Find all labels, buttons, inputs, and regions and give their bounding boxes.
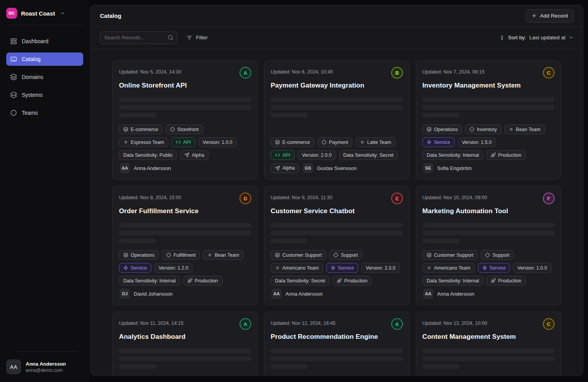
layers-icon: [275, 140, 280, 145]
bolt-icon: [427, 140, 432, 145]
record-card[interactable]: Updated: Nov 9, 2024, 11:30 E Customer S…: [264, 186, 410, 305]
tag-badge: Production: [486, 150, 526, 160]
owner-avatar: SE: [423, 163, 433, 173]
sort-icon: [499, 35, 505, 40]
description-skeleton: [119, 349, 251, 369]
record-updated-label: Updated: Nov 11, 2024, 14:15: [119, 321, 184, 326]
record-updated-label: Updated: Nov 10, 2024, 09:00: [422, 195, 487, 200]
dot-icon: [123, 140, 128, 145]
description-skeleton: [422, 349, 555, 369]
tag-badge: Service: [326, 263, 359, 273]
panel-header: Catalog Add Record: [91, 5, 583, 27]
tag-badge: Alpha: [271, 163, 299, 173]
tag-badge: Data Sensitivity: Secret: [339, 150, 398, 160]
owner-chip: GS Gustav Svensson: [303, 163, 357, 173]
sidebar-item-domains[interactable]: Domains: [6, 70, 83, 84]
tag-badge: Version: 1.0.0: [198, 137, 236, 147]
sort-value: Last updated at: [529, 35, 565, 40]
send-icon: [184, 152, 189, 158]
record-card[interactable]: Updated: Nov 6, 2024, 10:45 B Payment Ga…: [264, 60, 410, 180]
record-title: Customer Service Chatbot: [271, 207, 403, 215]
rocket-icon: [337, 278, 342, 283]
owner-chip: AA Anna Andersson: [271, 289, 322, 299]
sidebar-item-dashboard[interactable]: Dashboard: [6, 35, 83, 48]
search-icon: [168, 35, 173, 40]
stack-icon: [10, 91, 17, 98]
tag-badge: Payment: [317, 137, 352, 147]
owner-name: David Johansson: [134, 291, 173, 297]
tag-badge: Data Sensitivity: Secret: [271, 276, 329, 286]
user-email: anna@demo.com: [26, 368, 66, 373]
dot-icon: [207, 252, 212, 258]
diamond-icon: [333, 252, 338, 258]
record-card[interactable]: Updated: Nov 13, 2024, 10:00 C Content M…: [416, 312, 561, 375]
record-updated-label: Updated: Nov 5, 2024, 14:30: [119, 69, 181, 75]
filter-button[interactable]: Filter: [186, 35, 208, 41]
catalog-grid: Updated: Nov 5, 2024, 14:30 A Online Sto…: [112, 60, 561, 375]
main-panel: Catalog Add Record Filter Sort by: Last …: [90, 5, 583, 376]
record-card[interactable]: Updated: Nov 12, 2024, 16:45 A Product R…: [264, 312, 410, 375]
catalog-icon: [10, 56, 17, 63]
tag-badge: Data Sensitivity: Internal: [422, 276, 483, 286]
tag-badge: Service: [119, 263, 151, 273]
filter-label: Filter: [196, 35, 208, 40]
search-input[interactable]: [100, 32, 177, 44]
sidebar-item-catalog[interactable]: Catalog: [6, 53, 83, 66]
tag-badge: Data Sensitivity: Internal: [422, 150, 483, 160]
tag-badge: Data Sensitivity: Public: [119, 150, 177, 160]
record-title: Product Recommendation Engine: [271, 333, 403, 341]
layers-icon: [427, 252, 432, 258]
tag-badge: API: [172, 137, 195, 147]
add-record-label: Add Record: [540, 13, 568, 19]
bolt-icon: [123, 265, 128, 270]
record-title: Analytics Dashboard: [119, 333, 251, 341]
org-switcher[interactable]: RC Roast Coast: [0, 0, 89, 25]
owner-avatar: AA: [271, 289, 282, 299]
description-skeleton: [119, 223, 251, 243]
sidebar-nav: Dashboard Catalog Domains Systems Teams: [0, 25, 89, 351]
tag-badge: Bean Team: [203, 250, 243, 260]
record-updated-label: Updated: Nov 7, 2024, 08:15: [422, 69, 485, 75]
tag-badge: Fulfillment: [162, 250, 200, 260]
record-card[interactable]: Updated: Nov 11, 2024, 14:15 A Analytics…: [112, 312, 258, 375]
tag-badge: Storefront: [166, 124, 203, 134]
org-avatar: RC: [6, 8, 17, 19]
description-skeleton: [271, 97, 403, 117]
record-card[interactable]: Updated: Nov 8, 2024, 15:00 D Order Fulf…: [112, 186, 258, 305]
code-icon: [275, 152, 280, 158]
diamond-icon: [166, 252, 171, 258]
record-avatar: B: [391, 67, 403, 79]
rocket-icon: [187, 278, 192, 283]
tag-badge: Production: [183, 276, 222, 286]
owner-avatar: GS: [303, 163, 313, 173]
record-avatar: A: [391, 318, 403, 330]
sidebar: RC Roast Coast Dashboard Catalog Domains…: [0, 0, 89, 382]
owner-avatar: AA: [423, 289, 433, 299]
filter-icon: [186, 35, 192, 41]
sidebar-item-teams[interactable]: Teams: [6, 106, 83, 119]
layers-icon: [123, 252, 128, 258]
sort-label: Sort by:: [508, 35, 526, 40]
tag-badge: Latte Team: [355, 137, 396, 147]
chevron-down-icon: [569, 35, 574, 40]
circle-icon: [10, 109, 17, 116]
sidebar-item-systems[interactable]: Systems: [6, 88, 83, 102]
owner-name: Anna Andersson: [437, 291, 474, 297]
toolbar: Filter Sort by: Last updated at: [91, 27, 583, 49]
tag-badge: Production: [486, 276, 526, 286]
chevron-down-icon: [60, 11, 65, 16]
layers-icon: [275, 252, 280, 258]
code-icon: [176, 140, 181, 145]
tag-badge: Espresso Team: [119, 137, 168, 147]
owner-name: Sofia Engström: [437, 165, 472, 171]
user-menu[interactable]: AA Anna Andersson anna@demo.com: [6, 352, 83, 374]
record-card[interactable]: Updated: Nov 5, 2024, 14:30 A Online Sto…: [112, 60, 258, 180]
record-card[interactable]: Updated: Nov 7, 2024, 08:15 C Inventory …: [416, 60, 561, 180]
record-card[interactable]: Updated: Nov 10, 2024, 09:00 F Marketing…: [416, 186, 561, 305]
tag-badge: Version: 2.0.0: [298, 150, 336, 160]
sort-button[interactable]: Sort by: Last updated at: [499, 35, 574, 40]
tag-badge: Version: 1.2.0: [154, 263, 192, 273]
add-record-button[interactable]: Add Record: [525, 9, 574, 23]
record-updated-label: Updated: Nov 13, 2024, 10:00: [422, 321, 487, 326]
tag-badge: Operations: [119, 250, 159, 260]
